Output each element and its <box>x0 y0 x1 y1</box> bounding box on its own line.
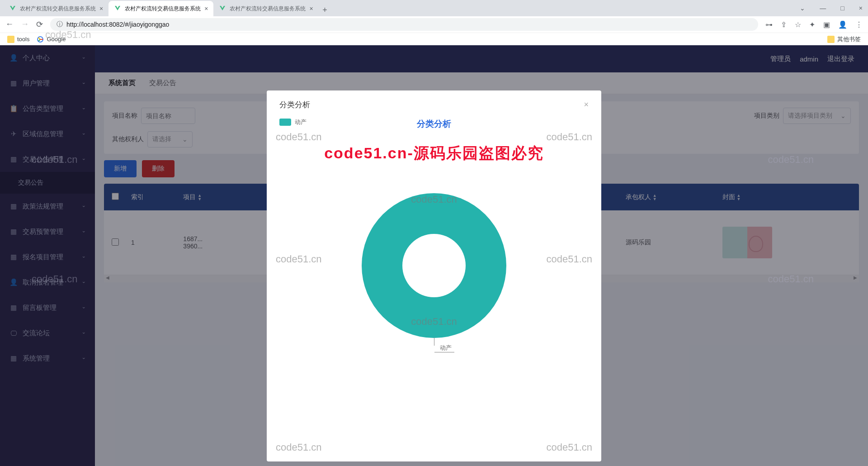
modal-overlay[interactable]: 分类分析 × 动产 分类分析 动产 code51.cn code51.cn co… <box>0 45 868 466</box>
toolbar-right: ⊶ ⇪ ☆ ✦ ▣ 👤 ⋮ <box>765 20 863 29</box>
extensions-icon[interactable]: ✦ <box>809 20 815 29</box>
share-icon[interactable]: ⇪ <box>781 20 787 29</box>
close-icon[interactable]: × <box>99 5 103 12</box>
key-icon[interactable]: ⊶ <box>765 20 773 29</box>
tab-strip: 农村产权流转交易信息服务系统 × 农村产权流转交易信息服务系统 × 农村产权流转… <box>0 0 868 16</box>
folder-icon <box>827 36 835 43</box>
bookmark-other[interactable]: 其他书签 <box>827 35 861 43</box>
reload-icon[interactable]: ⟳ <box>36 19 43 29</box>
legend-swatch <box>279 119 291 126</box>
profile-icon[interactable]: 👤 <box>838 20 847 29</box>
browser-tab-active[interactable]: 农村产权流转交易信息服务系统 × <box>108 1 213 16</box>
tab-title: 农村产权流转交易信息服务系统 <box>125 5 201 13</box>
vue-favicon-icon <box>219 5 226 12</box>
tab-title: 农村产权流转交易信息服务系统 <box>20 5 96 13</box>
modal-title: 分类分析 <box>279 100 310 110</box>
donut-chart-wrap: 动产 <box>279 139 589 347</box>
close-icon[interactable]: × <box>309 5 313 12</box>
bookmark-google[interactable]: Google <box>37 36 66 43</box>
tab-title: 农村产权流转交易信息服务系统 <box>230 5 306 13</box>
vue-favicon-icon <box>9 5 16 12</box>
close-window-icon[interactable]: × <box>857 3 864 14</box>
vue-favicon-icon <box>114 5 121 12</box>
url-input[interactable]: ⓘ http://localhost:8082/#/jiaoyigonggao <box>50 18 758 31</box>
forward-icon[interactable]: → <box>21 19 29 29</box>
minimize-icon[interactable]: — <box>818 3 828 14</box>
app-root: 👤个人中心› ▦用户管理› 📋公告类型管理› ✈区域信息管理› ▦交易公告管理›… <box>0 45 868 466</box>
slice-label: 动产 <box>434 338 454 352</box>
bookmarks-bar: tools Google 其他书签 <box>0 33 868 45</box>
nav-buttons: ← → ⟳ <box>5 19 43 29</box>
watermark: code51.cn <box>546 442 592 453</box>
back-icon[interactable]: ← <box>5 19 14 29</box>
close-icon[interactable]: × <box>204 5 208 12</box>
maximize-icon[interactable]: □ <box>839 3 846 14</box>
close-icon[interactable]: × <box>584 100 589 109</box>
info-icon: ⓘ <box>57 20 63 29</box>
address-bar: ← → ⟳ ⓘ http://localhost:8082/#/jiaoyigo… <box>0 16 868 33</box>
window-controls: ⌄ — □ × <box>798 0 864 16</box>
google-icon <box>37 36 44 43</box>
donut-chart[interactable]: 动产 <box>362 193 506 338</box>
menu-icon[interactable]: ⋮ <box>855 20 863 29</box>
url-text: http://localhost:8082/#/jiaoyigonggao <box>66 21 169 28</box>
panel-icon[interactable]: ▣ <box>823 20 830 29</box>
analysis-modal: 分类分析 × 动产 分类分析 动产 code51.cn code51.cn co… <box>267 90 601 461</box>
bookmark-tools[interactable]: tools <box>7 36 29 43</box>
browser-chrome: 农村产权流转交易信息服务系统 × 农村产权流转交易信息服务系统 × 农村产权流转… <box>0 0 868 45</box>
watermark: code51.cn <box>276 442 322 453</box>
new-tab-button[interactable]: + <box>319 4 331 16</box>
browser-tab[interactable]: 农村产权流转交易信息服务系统 × <box>4 1 108 16</box>
chart-title: 分类分析 <box>279 118 589 130</box>
chevron-down-icon[interactable]: ⌄ <box>798 3 807 14</box>
folder-icon <box>7 36 14 43</box>
browser-tab[interactable]: 农村产权流转交易信息服务系统 × <box>213 1 318 16</box>
star-icon[interactable]: ☆ <box>795 20 801 29</box>
legend-label: 动产 <box>295 118 307 126</box>
modal-header: 分类分析 × <box>279 100 589 110</box>
